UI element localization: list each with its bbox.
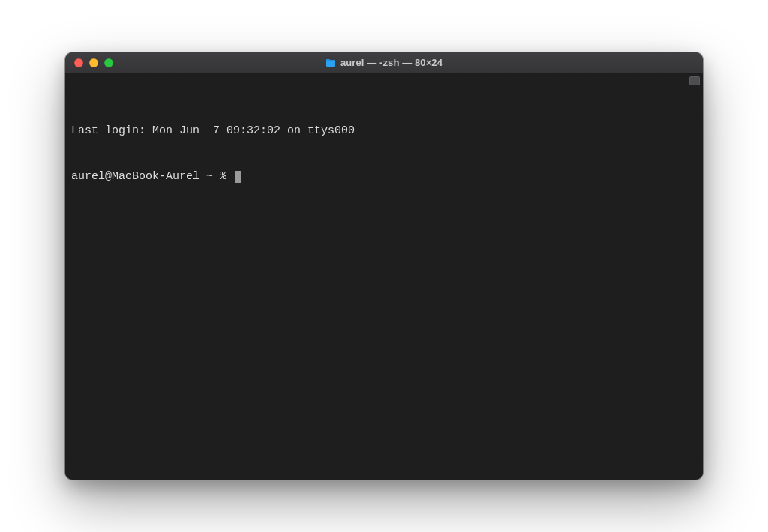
stage: aurel — -zsh — 80×24 Last login: Mon Jun… bbox=[0, 0, 768, 532]
terminal-body[interactable]: Last login: Mon Jun 7 09:32:02 on ttys00… bbox=[65, 73, 703, 480]
prompt-line: aurel@MacBook-Aurel ~ % bbox=[71, 169, 697, 184]
traffic-lights bbox=[65, 58, 113, 67]
close-button[interactable] bbox=[74, 58, 83, 67]
folder-icon bbox=[326, 58, 336, 67]
last-login-line: Last login: Mon Jun 7 09:32:02 on ttys00… bbox=[71, 124, 697, 139]
title-wrap: aurel — -zsh — 80×24 bbox=[65, 57, 703, 68]
prompt-text: aurel@MacBook-Aurel ~ % bbox=[71, 169, 233, 184]
scroll-indicator-icon bbox=[689, 76, 700, 85]
titlebar[interactable]: aurel — -zsh — 80×24 bbox=[65, 52, 703, 73]
window-title: aurel — -zsh — 80×24 bbox=[340, 57, 442, 68]
terminal-window: aurel — -zsh — 80×24 Last login: Mon Jun… bbox=[65, 52, 703, 480]
cursor-icon bbox=[235, 171, 241, 183]
zoom-button[interactable] bbox=[104, 58, 113, 67]
minimize-button[interactable] bbox=[89, 58, 98, 67]
